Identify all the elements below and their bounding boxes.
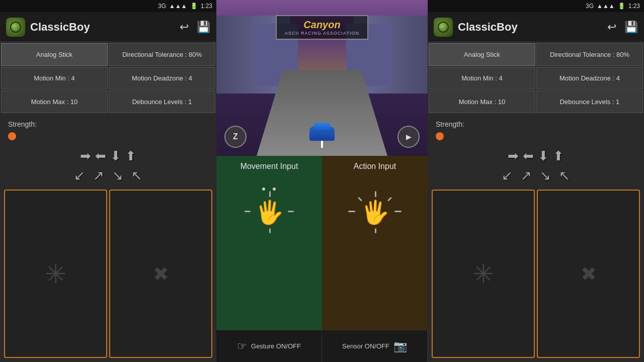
left-time: 1:23 <box>201 3 212 10</box>
left-arrow-right[interactable]: ➡ <box>80 148 91 164</box>
right-arrow-ul[interactable]: ↖ <box>559 168 570 184</box>
right-debounce-btn[interactable]: Debounce Levels : 1 <box>536 90 643 113</box>
left-motion-min-btn[interactable]: Motion Min : 4 <box>1 67 108 89</box>
game-title-banner: Canyon ASCII RACING ASSOCIATION <box>276 15 368 40</box>
gesture-icon: ☞ <box>237 340 247 353</box>
action-arrow-up <box>375 191 376 197</box>
left-arrow-dr[interactable]: ↘ <box>112 168 123 184</box>
right-motion-max-btn[interactable]: Motion Max : 10 <box>429 90 535 113</box>
right-battery-icon: 🔋 <box>618 3 625 10</box>
right-arrow-up[interactable]: ⬆ <box>553 148 564 164</box>
gesture-dot-1 <box>262 188 265 191</box>
left-arrow-ul[interactable]: ↖ <box>131 168 142 184</box>
left-arrow-down[interactable]: ⬇ <box>110 148 121 164</box>
left-save-button[interactable]: 💾 <box>197 21 210 34</box>
right-signal: 3G <box>586 3 594 10</box>
right-status-bar: 3G ▲▲▲ 🔋 1:23 <box>428 0 644 12</box>
right-diagonal-arrows: ↙ ↗ ↘ ↖ <box>428 166 644 186</box>
left-directional-tolerance-btn[interactable]: Directional Tolerance : 80% <box>109 43 215 66</box>
action-hand-icon: 🖐 <box>361 199 389 226</box>
right-joystick-box-1[interactable]: ✳ <box>432 190 535 358</box>
left-joystick-box-2[interactable]: ✖ <box>109 190 212 358</box>
left-strength-dot <box>8 132 16 140</box>
right-signal-icon: ▲▲▲ <box>597 3 615 10</box>
right-joystick-box-2[interactable]: ✖ <box>537 190 640 358</box>
right-app-icon <box>434 18 453 37</box>
sensor-label: Sensor ON/OFF <box>342 342 389 350</box>
gesture-arrow-left <box>245 211 251 212</box>
gesture-arrow-down <box>269 228 271 233</box>
right-arrow-right[interactable]: ➡ <box>508 148 519 164</box>
right-directional-tolerance-btn[interactable]: Directional Tolerance : 80% <box>536 43 643 66</box>
left-arrows-row: ➡ ⬅ ⬇ ⬆ <box>0 146 216 166</box>
left-analog-stick-btn[interactable]: Analog Stick <box>1 43 108 66</box>
movement-input-section: Movement Input 🖐 <box>216 156 322 330</box>
gesture-arrow-right <box>288 211 294 212</box>
right-motion-min-btn[interactable]: Motion Min : 4 <box>429 67 535 89</box>
left-signal: 3G <box>158 3 166 10</box>
sensor-toggle-btn[interactable]: Sensor ON/OFF 📷 <box>322 330 428 362</box>
right-arrow-down[interactable]: ⬇ <box>538 148 549 164</box>
right-save-button[interactable]: 💾 <box>624 21 638 34</box>
left-shuriken-icon: ✳ <box>45 259 67 289</box>
left-joystick-area: ✳ ✖ <box>0 186 216 362</box>
gesture-toggle-btn[interactable]: ☞ Gesture ON/OFF <box>216 330 322 362</box>
game-car <box>309 127 335 141</box>
right-arrow-left[interactable]: ⬅ <box>523 148 534 164</box>
left-battery-icon: 🔋 <box>190 3 198 10</box>
right-back-button[interactable]: ↩ <box>607 21 616 34</box>
left-app-title: ClassicBoy <box>30 21 172 34</box>
play-button[interactable]: ▶ <box>397 126 420 148</box>
left-arrow-up[interactable]: ⬆ <box>125 148 136 164</box>
right-arrow-dr[interactable]: ↘ <box>540 168 551 184</box>
game-title: Canyon <box>285 19 359 31</box>
action-arrow-left <box>348 211 355 212</box>
sensor-icon: 📷 <box>393 340 407 353</box>
z-button[interactable]: Z <box>224 126 247 148</box>
left-arrow-dl[interactable]: ↙ <box>74 168 85 184</box>
left-motion-max-btn[interactable]: Motion Max : 10 <box>1 90 108 113</box>
action-arrow-right <box>394 211 401 212</box>
left-arrow-ur[interactable]: ↗ <box>93 168 104 184</box>
action-input-title: Action Input <box>354 162 396 171</box>
right-app-icon-inner <box>438 22 449 33</box>
right-cross-icon: ✖ <box>581 263 597 285</box>
action-input-section: Action Input 🖐 <box>322 156 428 330</box>
left-joystick-box-1[interactable]: ✳ <box>4 190 107 358</box>
left-status-bar: 3G ▲▲▲ 🔋 1:23 <box>0 0 216 12</box>
left-back-button[interactable]: ↩ <box>180 21 189 34</box>
left-app-icon <box>6 18 25 37</box>
gesture-dot-2 <box>273 188 276 191</box>
center-panel: Canyon ASCII RACING ASSOCIATION Z ▶ Move… <box>216 0 428 362</box>
game-screen-inner: Canyon ASCII RACING ASSOCIATION Z ▶ <box>216 0 428 156</box>
left-header: ClassicBoy ↩ 💾 <box>0 12 216 42</box>
right-strength-dot <box>436 132 444 140</box>
gesture-label: Gesture ON/OFF <box>251 342 301 350</box>
right-time: 1:23 <box>628 3 640 10</box>
right-arrow-dl[interactable]: ↙ <box>502 168 513 184</box>
movement-hand-icon: 🖐 <box>255 199 284 226</box>
left-debounce-btn[interactable]: Debounce Levels : 1 <box>109 90 215 113</box>
movement-input-title: Movement Input <box>240 162 298 171</box>
right-controls-grid: Analog Stick Directional Tolerance : 80%… <box>428 42 644 114</box>
left-diagonal-arrows: ↙ ↗ ↘ ↖ <box>0 166 216 186</box>
game-screen: Canyon ASCII RACING ASSOCIATION Z ▶ <box>216 0 428 156</box>
right-app-title: ClassicBoy <box>458 21 599 34</box>
left-controls-grid: Analog Stick Directional Tolerance : 80%… <box>0 42 216 114</box>
left-panel: 3G ▲▲▲ 🔋 1:23 ClassicBoy ↩ 💾 Analog Stic… <box>0 0 216 362</box>
right-panel: 3G ▲▲▲ 🔋 1:23 ClassicBoy ↩ 💾 Analog Stic… <box>428 0 644 362</box>
action-gesture-area: 🖐 <box>340 177 410 247</box>
right-header: ClassicBoy ↩ 💾 <box>428 12 644 42</box>
movement-gesture-area: 🖐 <box>234 177 304 247</box>
left-motion-deadzone-btn[interactable]: Motion Deadzone : 4 <box>109 67 215 89</box>
left-strength-label: Strength: <box>8 120 37 128</box>
action-arrow-down <box>375 228 376 233</box>
right-motion-deadzone-btn[interactable]: Motion Deadzone : 4 <box>536 67 643 89</box>
right-strength-label: Strength: <box>436 120 464 128</box>
right-strength-area: Strength: <box>428 114 644 146</box>
left-arrow-left[interactable]: ⬅ <box>95 148 106 164</box>
right-arrow-ur[interactable]: ↗ <box>521 168 532 184</box>
right-analog-stick-btn[interactable]: Analog Stick <box>429 43 535 66</box>
right-arrows-row: ➡ ⬅ ⬇ ⬆ <box>428 146 644 166</box>
left-signal-icon: ▲▲▲ <box>169 3 187 10</box>
